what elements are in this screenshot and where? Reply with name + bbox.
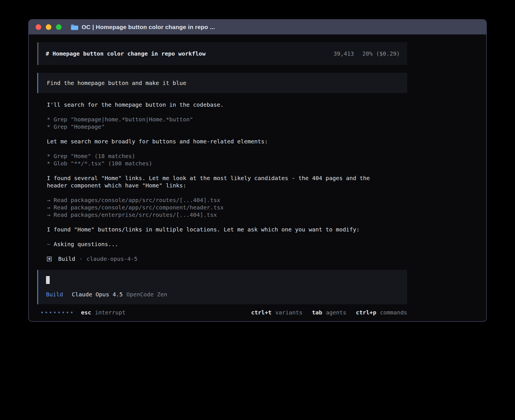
status-bar: esc interrupt ctrl+tvariantstabagentsctr… [37, 309, 407, 316]
keyboard-hint: ctrl+tvariants [251, 309, 302, 316]
tool-call-group: → Read packages/console/app/src/routes/[… [47, 196, 380, 218]
input-status-row: Build Claude Opus 4.5 OpenCode Zen [46, 291, 399, 298]
spinner-dots [41, 312, 73, 313]
prompt-input[interactable]: Build Claude Opus 4.5 OpenCode Zen [37, 270, 407, 304]
tool-call-line: → Read packages/console/app/src/routes/[… [47, 196, 380, 204]
tool-call-group: * Grep "Home" (18 matches)* Glob "**/*.t… [47, 152, 380, 167]
tool-call-line: * Grep "Homepage" [47, 123, 380, 130]
esc-key-hint: esc [81, 309, 91, 316]
session-title: # Homepage button color change in repo w… [46, 50, 206, 57]
status-prefix: ~ [47, 241, 54, 248]
tool-call-group: * Grep "homepage|home.*button|Home.*butt… [47, 116, 380, 130]
spinner-dot [62, 312, 64, 313]
token-count: 39,413 [333, 50, 354, 57]
session-stats: 39,413 20% ($0.29) [333, 50, 400, 57]
status-bar-left: esc interrupt [41, 309, 126, 316]
close-window-button[interactable] [36, 24, 41, 30]
tool-call-line: → Read packages/enterprise/src/routes/[.… [47, 211, 380, 218]
assistant-text: Let me search more broadly for buttons a… [47, 138, 380, 145]
terminal-window: OC | Homepage button color change in rep… [28, 19, 487, 322]
session-header: # Homepage button color change in repo w… [37, 42, 407, 65]
text-cursor [46, 276, 50, 284]
agent-name: Build [58, 255, 75, 262]
keyboard-hint-key: ctrl+p [356, 309, 376, 316]
keyboard-hint-label: agents [326, 309, 346, 316]
assistant-text: I'll search for the homepage button in t… [47, 101, 380, 108]
folder-icon [71, 24, 78, 30]
desktop-background: OC | Homepage button color change in rep… [0, 0, 515, 420]
agent-model: claude-opus-4-5 [86, 255, 138, 262]
keyboard-hint-label: variants [275, 309, 302, 316]
keyboard-hints: ctrl+tvariantstabagentsctrl+pcommands [251, 309, 407, 316]
prompt-input-line[interactable] [46, 276, 399, 284]
user-message: Find the homepage button and make it blu… [37, 73, 407, 93]
keyboard-hint-key: tab [312, 309, 322, 316]
agent-separator: · [79, 255, 82, 262]
window-title: OC | Homepage button color change in rep… [82, 24, 215, 30]
spinner-dot [58, 312, 60, 313]
assistant-text: I found "Home" buttons/links in multiple… [47, 226, 380, 233]
model-label[interactable]: Claude Opus 4.5 [72, 291, 123, 298]
tool-call-line: * Grep "homepage|home.*button|Home.*butt… [47, 116, 380, 123]
spinner-dot [45, 312, 47, 313]
working-status-line: ~ Asking questions... [47, 240, 380, 248]
spinner-dot [50, 312, 51, 313]
spinner-dot [41, 312, 43, 313]
agent-status: Build · claude-opus-4-5 [37, 255, 486, 262]
keyboard-hint-label: commands [380, 309, 407, 316]
status-text: Asking questions... [54, 241, 118, 248]
tool-call-line: * Grep "Home" (18 matches) [47, 152, 380, 160]
user-message-text: Find the homepage button and make it blu… [47, 79, 186, 87]
keyboard-hint-key: ctrl+t [251, 309, 271, 316]
window-titlebar[interactable]: OC | Homepage button color change in rep… [29, 20, 486, 34]
keyboard-hint: ctrl+pcommands [356, 309, 407, 316]
zoom-window-button[interactable] [56, 24, 62, 30]
agent-icon [47, 257, 52, 261]
spinner-dot [71, 312, 73, 313]
minimize-window-button[interactable] [46, 24, 51, 30]
terminal-content: # Homepage button color change in repo w… [29, 34, 486, 316]
window-controls [36, 24, 62, 30]
keyboard-hint: tabagents [312, 309, 346, 316]
context-usage: 20% ($0.29) [363, 50, 400, 57]
assistant-text: I found several "Home" links. Let me loo… [47, 174, 380, 189]
provider-label: OpenCode Zen [126, 291, 167, 298]
transcript: I'll search for the homepage button in t… [37, 101, 380, 248]
tool-call-line: → Read packages/console/app/src/componen… [47, 204, 380, 211]
tool-call-line: * Glob "**/*.tsx" (100 matches) [47, 160, 380, 167]
spinner-dot [67, 312, 68, 313]
spinner-dot [54, 312, 56, 313]
esc-key-label: interrupt [95, 309, 125, 316]
agent-mode-label[interactable]: Build [46, 291, 63, 298]
